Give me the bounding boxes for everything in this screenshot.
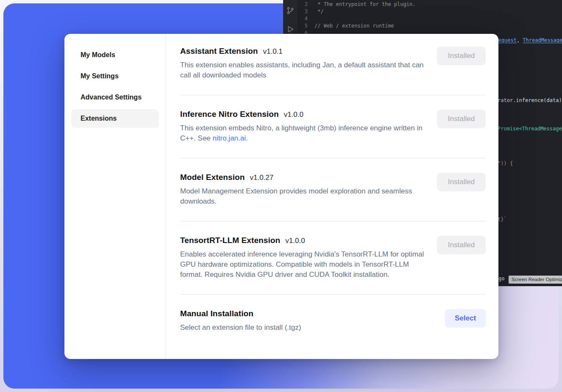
- code-line: 2 * The entrypoint for the plugin.: [298, 1, 562, 8]
- installed-button[interactable]: Installed: [437, 173, 486, 191]
- code-fragment-promise: Promise<ThreadMessage>: [498, 125, 562, 133]
- installed-button[interactable]: Installed: [437, 47, 486, 65]
- line-number: 2: [298, 1, 314, 8]
- extension-description: Model Management Extension provides mode…: [180, 186, 427, 207]
- extension-row-model: Model Extension v1.0.27 Model Management…: [180, 158, 486, 221]
- installed-button[interactable]: Installed: [437, 236, 486, 254]
- code-line: 3 */: [298, 8, 562, 15]
- extension-name: Manual Installation: [180, 309, 253, 318]
- source-control-icon[interactable]: [286, 6, 295, 15]
- extension-name: TensortRT-LLM Extension: [180, 236, 280, 245]
- extension-version: v1.0.1: [263, 47, 283, 56]
- extension-row-nitro: Inference Nitro Extension v1.0.0 This ex…: [180, 95, 486, 158]
- line-number: 5: [298, 22, 314, 30]
- extension-description: Select an extension file to install (.tg…: [180, 323, 301, 333]
- extension-version: v1.0.0: [285, 237, 305, 245]
- nav-item-my-models[interactable]: My Models: [71, 46, 159, 64]
- extension-description: This extension enables assistants, inclu…: [180, 60, 427, 80]
- run-debug-icon[interactable]: [286, 25, 295, 34]
- code-line: 4: [298, 15, 562, 22]
- line-number: 4: [298, 15, 314, 22]
- extension-description: This extension embeds Nitro, a lightweig…: [180, 123, 427, 144]
- nitro-jan-ai-link[interactable]: nitro.jan.ai.: [213, 134, 248, 142]
- installed-button[interactable]: Installed: [437, 110, 486, 128]
- extension-name: Inference Nitro Extension: [180, 110, 279, 119]
- select-file-button[interactable]: Select: [445, 309, 486, 328]
- extension-name: Assistant Extension: [180, 47, 258, 56]
- extension-description: Enables accelerated inference leveraging…: [180, 249, 427, 280]
- code-fragment-inference: rator.inference(data));: [498, 97, 562, 104]
- code-fragment-template: t}`: [498, 216, 507, 223]
- nav-item-extensions[interactable]: Extensions: [71, 109, 159, 128]
- extension-row-assistant: Assistant Extension v1.0.1 This extensio…: [180, 47, 486, 95]
- extension-version: v1.0.27: [250, 174, 273, 182]
- nav-item-advanced-settings[interactable]: Advanced Settings: [71, 88, 159, 107]
- extension-version: v1.0.0: [284, 110, 303, 119]
- settings-modal: My Models My Settings Advanced Settings …: [64, 34, 498, 359]
- extensions-list: Assistant Extension v1.0.1 This extensio…: [166, 34, 498, 359]
- extension-name: Model Extension: [180, 173, 245, 182]
- extension-row-tensorrt: TensortRT-LLM Extension v1.0.0 Enables a…: [180, 221, 486, 295]
- statusbar-text: go: [498, 275, 504, 282]
- desktop-background: 2 * The entrypoint for the plugin. 3 */ …: [0, 0, 562, 392]
- nav-item-my-settings[interactable]: My Settings: [71, 67, 159, 86]
- line-number: 3: [298, 8, 314, 15]
- code-line: 5 // Web / extension runtime: [298, 22, 562, 30]
- screen-reader-badge: Screen Reader Optimized: [509, 276, 562, 284]
- code-fragment-brace: ")) {: [498, 160, 513, 167]
- settings-nav: My Models My Settings Advanced Settings …: [64, 34, 166, 359]
- extension-row-manual-install: Manual Installation Select an extension …: [180, 295, 486, 347]
